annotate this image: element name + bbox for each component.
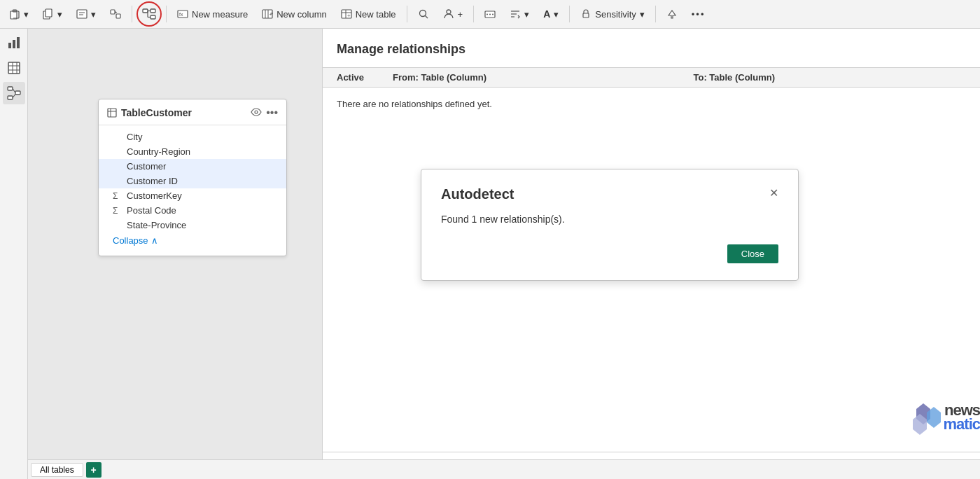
col-to: To: Table (Column) xyxy=(694,72,981,83)
sidebar-item-chart[interactable] xyxy=(3,32,25,54)
table-name: TableCustomer xyxy=(121,107,192,118)
svg-rect-1 xyxy=(13,10,17,12)
collapse-button[interactable]: Collapse ∧ xyxy=(99,232,286,251)
sidebar xyxy=(0,29,28,479)
new-measure-button[interactable]: fx New measure xyxy=(171,3,254,25)
table-customer-card: TableCustomer ••• City Country-Region xyxy=(98,99,287,256)
field-state-label: State-Province xyxy=(127,220,186,230)
copy-button[interactable]: ▾ xyxy=(36,3,69,25)
format-icon xyxy=(76,8,88,20)
eye-icon xyxy=(251,108,262,116)
sensitivity-button[interactable]: Sensitivity ▾ xyxy=(574,3,651,25)
field-postal-code: Σ Postal Code xyxy=(99,203,286,218)
new-column-button[interactable]: + New column xyxy=(255,3,333,25)
svg-point-26 xyxy=(419,11,426,17)
field-city-label: City xyxy=(127,132,142,142)
svg-rect-8 xyxy=(116,14,120,18)
field-postal-code-icon: Σ xyxy=(113,206,122,216)
tab-all-tables-label: All tables xyxy=(40,465,74,475)
sensitivity-arrow: ▾ xyxy=(640,9,645,20)
svg-text:fx: fx xyxy=(179,12,183,17)
col-from: From: Table (Column) xyxy=(393,72,694,83)
svg-rect-40 xyxy=(8,62,20,74)
autodetect-dialog: Autodetect ✕ Found 1 new relationship(s)… xyxy=(421,169,799,281)
sidebar-item-table[interactable] xyxy=(3,57,25,79)
svg-line-27 xyxy=(425,16,428,19)
svg-rect-38 xyxy=(13,40,15,48)
field-customerkey: Σ CustomerKey xyxy=(99,188,286,203)
sidebar-item-model[interactable] xyxy=(3,82,25,104)
field-customerkey-label: CustomerKey xyxy=(127,190,182,201)
transform-button[interactable] xyxy=(104,3,127,25)
svg-line-49 xyxy=(13,95,15,98)
svg-rect-36 xyxy=(583,13,589,18)
autodetect-message: Found 1 new relationship(s). xyxy=(441,214,778,225)
sep1 xyxy=(132,6,132,22)
table-more-button[interactable]: ••• xyxy=(266,106,278,119)
table-card-title: TableCustomer xyxy=(107,107,192,118)
transform-icon xyxy=(110,8,121,20)
paste-arrow: ▾ xyxy=(24,9,29,20)
table-eye-button[interactable] xyxy=(251,108,262,118)
format-button[interactable]: ▾ xyxy=(70,3,102,25)
autodetect-title: Autodetect xyxy=(441,186,514,202)
svg-rect-37 xyxy=(8,43,11,48)
svg-rect-50 xyxy=(108,109,116,117)
svg-point-31 xyxy=(489,14,491,15)
sort-arrow: ▾ xyxy=(524,9,529,20)
svg-rect-39 xyxy=(17,37,20,48)
search-user-button[interactable] xyxy=(412,3,435,25)
watermark-logo xyxy=(899,396,941,438)
toolbar: ▾ ▾ ▾ xyxy=(0,0,980,29)
publish-button[interactable] xyxy=(660,3,684,25)
sep5 xyxy=(569,6,570,22)
relationships-button[interactable] xyxy=(139,4,159,24)
font-size-button[interactable]: A ▾ xyxy=(537,3,565,25)
svg-text:+: + xyxy=(270,11,273,18)
field-country-label: Country-Region xyxy=(127,146,190,157)
svg-rect-3 xyxy=(46,9,52,17)
sep6 xyxy=(655,6,656,22)
main-canvas: TableCustomer ••• City Country-Region xyxy=(28,29,980,459)
field-city: City xyxy=(99,130,286,144)
export-button[interactable] xyxy=(478,3,502,25)
tab-add-button[interactable]: + xyxy=(86,462,102,478)
svg-rect-9 xyxy=(143,9,148,13)
table-card-actions: ••• xyxy=(251,106,278,119)
new-table-label: New table xyxy=(356,9,396,20)
sort-button[interactable]: ▾ xyxy=(503,3,536,25)
dialog-title: Manage relationships xyxy=(337,42,465,57)
toolbar-group-left: ▾ ▾ ▾ xyxy=(3,3,127,25)
field-customer-label: Customer xyxy=(127,161,166,172)
svg-line-48 xyxy=(13,89,15,93)
tab-all-tables[interactable]: All tables xyxy=(31,463,83,477)
paste-icon xyxy=(9,8,20,20)
autodetect-close-button[interactable]: ✕ xyxy=(769,186,778,200)
dialog-header: Manage relationships ✕ xyxy=(323,29,980,67)
autodetect-header: Autodetect ✕ xyxy=(441,186,778,202)
svg-rect-46 xyxy=(15,91,20,95)
svg-text:+: + xyxy=(347,13,351,19)
table-card-header: TableCustomer ••• xyxy=(99,99,286,125)
field-postal-code-label: Postal Code xyxy=(127,205,176,216)
new-column-label: New column xyxy=(276,9,327,20)
table-icon xyxy=(107,108,117,118)
paste-button[interactable]: ▾ xyxy=(3,3,35,25)
copy-arrow: ▾ xyxy=(57,9,62,20)
svg-rect-0 xyxy=(10,11,17,19)
user-add-icon: + xyxy=(458,9,463,20)
dialog-table-header: Active From: Table (Column) To: Table (C… xyxy=(323,67,980,88)
more-button[interactable]: ••• xyxy=(685,3,712,25)
watermark-matic: matic xyxy=(944,415,980,433)
new-table-icon: + xyxy=(341,8,352,20)
export-icon xyxy=(484,8,496,20)
user-button[interactable]: + xyxy=(437,3,470,25)
copy-icon xyxy=(43,8,54,20)
autodetect-close-action-button[interactable]: Close xyxy=(727,244,778,263)
new-table-button[interactable]: + New table xyxy=(335,3,402,25)
tab-add-icon: + xyxy=(91,464,97,475)
svg-rect-45 xyxy=(8,87,13,90)
sort-icon xyxy=(510,8,521,20)
format-arrow: ▾ xyxy=(91,9,96,20)
font-size-label: A xyxy=(543,8,550,20)
